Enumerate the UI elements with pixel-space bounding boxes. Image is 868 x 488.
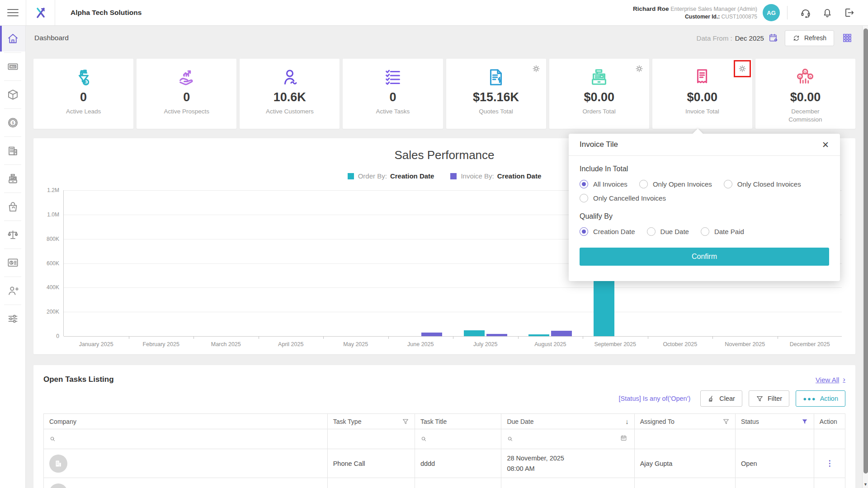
app-logo[interactable] (26, 0, 55, 25)
user-info: Richard Roe Enterprise Sales Manager (Ad… (633, 5, 757, 21)
radio-only-cancelled-invoices[interactable]: Only Cancelled Invoices (580, 194, 666, 202)
scrollbar-down-arrow[interactable]: ▼ (863, 482, 868, 487)
kpi-tile-december-commission: $$$ $0.00 December Commission (755, 59, 855, 129)
customer-id-label: Customer Id.: (685, 14, 720, 20)
kpi-tile-orders-total: $0.00 Orders Total (549, 59, 649, 129)
status-cell: Open (736, 449, 814, 478)
due-date: 28 November, 2025 (507, 453, 628, 463)
radio-only-closed-invoices[interactable]: Only Closed Invoices (724, 180, 801, 188)
sidebar-nav: CRM$ (0, 26, 26, 488)
radio-date-paid[interactable]: Date Paid (701, 227, 744, 236)
search-icon[interactable] (49, 436, 56, 442)
gridline (64, 312, 842, 312)
tile-settings-gear-icon[interactable] (737, 64, 747, 74)
filter-cell-task-title[interactable] (415, 429, 501, 449)
column-header-task-type[interactable]: Task Type (327, 414, 415, 429)
tile-settings-gear-icon[interactable] (531, 64, 541, 74)
filter-button[interactable]: Filter (749, 390, 789, 407)
assigned-to-cell: Ajay Gupta (634, 449, 735, 478)
hamburger-menu-icon[interactable] (0, 0, 26, 25)
column-header-company[interactable]: Company (44, 414, 328, 429)
logout-icon[interactable] (843, 7, 855, 19)
action-button[interactable]: ●●● Action (796, 390, 845, 407)
filter-cell-task-type (327, 429, 415, 449)
column-label: Action (820, 418, 837, 425)
column-filter-active-icon[interactable] (801, 418, 808, 425)
table-filter-row (44, 429, 845, 449)
sidebar-item-register[interactable] (0, 166, 25, 192)
column-filter-icon[interactable] (722, 418, 730, 425)
column-header-due-date[interactable]: Due Date↓ (501, 414, 634, 429)
page-scrollbar[interactable]: ▼ (862, 26, 868, 488)
tasks-toolbar: [Status] Is any of('Open') Clear Filter … (43, 390, 845, 407)
sidebar-item-home[interactable] (0, 26, 25, 52)
sidebar-item-sliders[interactable] (0, 306, 25, 332)
sidebar-separator (4, 164, 21, 165)
legend-item[interactable]: Invoice By: Creation Date (450, 172, 541, 180)
column-filter-icon[interactable] (402, 418, 409, 425)
table-row[interactable]: 121 AURORA HEALTH CARE CENTRAL Send Emai… (44, 478, 845, 488)
calendar-icon[interactable] (620, 435, 629, 443)
invoice-bar-august-2025[interactable] (551, 331, 572, 336)
column-header-assigned-to[interactable]: Assigned To (634, 414, 735, 429)
sidebar-item-bag[interactable] (0, 194, 25, 220)
tile-settings-gear-icon[interactable] (634, 64, 644, 74)
row-actions-menu-icon[interactable]: ⋮ (820, 459, 840, 468)
scrollbar-thumb[interactable] (863, 28, 868, 474)
sidebar-item-report[interactable] (0, 250, 25, 276)
filter-summary: [Status] Is any of('Open') (619, 395, 691, 402)
sidebar-separator (4, 192, 21, 193)
x-axis-tick (453, 336, 453, 339)
radio-creation-date[interactable]: Creation Date (580, 227, 635, 236)
sort-descending-icon[interactable]: ↓ (625, 418, 629, 425)
filter-cell-company[interactable] (44, 429, 328, 449)
support-headset-icon[interactable] (800, 7, 811, 19)
radio-all-invoices[interactable]: All Invoices (580, 180, 627, 188)
radio-only-open-invoices[interactable]: Only Open Invoices (639, 180, 712, 188)
order-bar-july-2025[interactable] (464, 330, 485, 336)
sidebar-item-building[interactable] (0, 138, 25, 164)
crm-icon: CRM (7, 61, 19, 73)
qualify-by-heading: Qualify By (580, 212, 829, 221)
invoice-bar-june-2025[interactable] (421, 333, 442, 336)
tile-layout-grid-icon[interactable] (842, 33, 852, 43)
action-label: Action (820, 395, 838, 402)
refresh-button[interactable]: Refresh (785, 30, 834, 46)
sidebar-item-scales[interactable] (0, 222, 25, 248)
order-bar-august-2025[interactable] (528, 334, 549, 336)
notifications-bell-icon[interactable] (821, 7, 833, 19)
x-axis-label: March 2025 (211, 341, 241, 347)
radio-due-date[interactable]: Due Date (647, 227, 689, 236)
confirm-button[interactable]: Confirm (580, 248, 829, 266)
filter-cell-due-date[interactable] (501, 429, 634, 449)
column-header-status[interactable]: Status (736, 414, 814, 429)
search-icon[interactable] (420, 436, 427, 442)
sidebar-item-coin[interactable]: $ (0, 110, 25, 136)
search-icon[interactable] (507, 436, 514, 442)
legend-item[interactable]: Order By: Creation Date (348, 172, 434, 180)
invoice-bar-july-2025[interactable] (486, 334, 507, 336)
calendar-settings-icon[interactable] (769, 33, 778, 43)
divider (787, 6, 788, 19)
x-axis-tick (193, 336, 194, 339)
sidebar-item-crm[interactable]: CRM (0, 54, 25, 80)
include-in-total-heading: Include In Total (580, 165, 829, 173)
column-header-task-title[interactable]: Task Title (415, 414, 501, 429)
popup-title: Invoice Tile (580, 140, 618, 149)
tile-value: $0.00 (790, 90, 821, 104)
table-row[interactable]: Phone Call dddd 28 November, 202508:00 A… (44, 449, 845, 478)
sidebar-item-package[interactable] (0, 82, 25, 108)
receipt-icon (692, 67, 712, 88)
tile-label: December Commission (780, 108, 830, 124)
avatar[interactable]: AG (763, 4, 780, 21)
clear-button[interactable]: Clear (700, 390, 742, 407)
close-icon[interactable]: ✕ (822, 140, 829, 150)
sidebar-item-user-plus[interactable] (0, 278, 25, 304)
sidebar-separator (4, 277, 21, 277)
hand-chart-icon (176, 67, 197, 88)
task-type-cell: Send Email (327, 478, 415, 488)
view-all-link[interactable]: View All › (816, 375, 845, 384)
x-axis-tick (388, 336, 389, 339)
column-header-action[interactable]: Action (814, 414, 845, 429)
radio-label: Only Closed Invoices (737, 180, 801, 188)
